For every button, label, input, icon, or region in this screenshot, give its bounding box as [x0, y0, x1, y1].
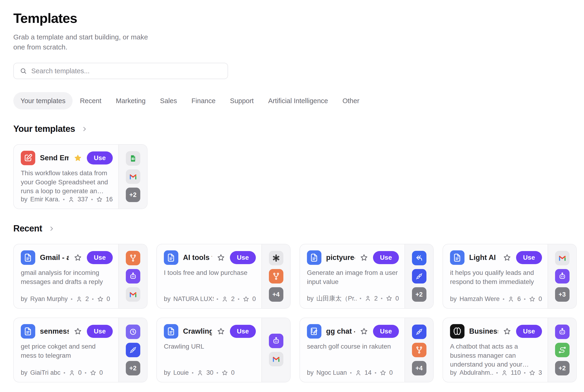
separator-dot: • [71, 296, 73, 302]
card-grid: Send Ema... Use This workflow takes data… [13, 144, 584, 209]
favorite-star-icon[interactable] [360, 327, 368, 336]
use-button[interactable]: Use [87, 325, 113, 338]
template-description: This workflow takes data from your Googl… [21, 169, 113, 196]
search-icon [20, 67, 27, 75]
tab-other[interactable]: Other [335, 92, 367, 110]
tab-support[interactable]: Support [223, 92, 261, 110]
users-icon [197, 369, 204, 376]
card-header: Light AI Use [450, 250, 542, 265]
favorite-star-icon[interactable] [360, 254, 368, 262]
card-main: AI tools fr... Use I tools free and low … [157, 244, 261, 308]
stars-count: 0 [389, 369, 393, 376]
search-box[interactable] [13, 63, 228, 79]
stars-icon [90, 369, 97, 376]
use-button[interactable]: Use [516, 251, 542, 264]
plug-icon [126, 343, 140, 357]
gmail-icon [126, 287, 140, 302]
favorite-star-icon[interactable] [217, 327, 225, 336]
tab-sales[interactable]: Sales [153, 92, 184, 110]
by-label: by [21, 296, 28, 303]
template-meta: by Emir Kara... • 337 • 16 [21, 196, 113, 203]
favorite-star-icon[interactable] [503, 327, 511, 336]
favorite-star-icon[interactable] [503, 254, 511, 262]
stars-icon [221, 369, 228, 376]
template-meta: by Hamzah Were • 6 • 0 [450, 296, 542, 303]
tab-your-templates[interactable]: Your templates [13, 92, 73, 110]
favorite-star-icon[interactable] [74, 154, 82, 162]
search-input[interactable] [31, 67, 222, 75]
more-apps-badge: +3 [555, 287, 569, 302]
template-card[interactable]: AI tools fr... Use I tools free and low … [156, 244, 291, 309]
by-label: by [21, 196, 28, 203]
use-button[interactable]: Use [230, 325, 256, 338]
card-grid: Gmail - a... Use gmail analysis for inco… [13, 244, 584, 382]
by-label: by [307, 369, 314, 376]
users-count: 337 [78, 196, 88, 203]
app-stack [118, 244, 147, 308]
template-meta: by 山田康太（Pr... • 2 • 0 [307, 294, 399, 303]
gmail-icon [126, 170, 140, 184]
more-apps-badge: +4 [269, 287, 283, 302]
card-main: Gmail - a... Use gmail analysis for inco… [14, 244, 118, 308]
note-edit-icon [21, 151, 35, 165]
template-card[interactable]: gg chat - ... Use search golf course in … [299, 318, 434, 382]
more-apps-badge: +2 [555, 361, 569, 376]
author-name: Emir Kara... [30, 196, 60, 203]
route-icon [555, 343, 569, 357]
users-icon [76, 296, 83, 303]
use-button[interactable]: Use [516, 325, 542, 338]
tab-artificial-intelligence[interactable]: Artificial Intelligence [261, 92, 335, 110]
more-apps-badge: +2 [126, 188, 140, 202]
git-branch-icon [412, 343, 426, 357]
chevron-right-icon[interactable] [81, 126, 88, 132]
separator-dot: • [523, 370, 526, 376]
template-card[interactable]: Light AI Use it helps you qualify leads … [442, 244, 577, 309]
users-count: 2 [231, 296, 235, 303]
favorite-star-icon[interactable] [217, 254, 225, 262]
use-button[interactable]: Use [373, 325, 399, 338]
users-count: 30 [206, 369, 213, 376]
tab-marketing[interactable]: Marketing [109, 92, 153, 110]
gmail-icon [555, 251, 569, 265]
use-button[interactable]: Use [87, 251, 113, 264]
by-label: by [307, 295, 314, 302]
users-icon [355, 369, 362, 376]
template-card[interactable]: Gmail - a... Use gmail analysis for inco… [13, 244, 148, 309]
template-title: Crawling [183, 327, 212, 336]
template-title: Business ... [469, 327, 498, 336]
template-card[interactable]: senmess Use get price cokget and send me… [13, 318, 148, 382]
sheets-icon [126, 151, 140, 166]
template-card[interactable]: Send Ema... Use This workflow takes data… [13, 144, 148, 209]
document-icon [307, 250, 321, 265]
gmail-icon [269, 352, 283, 366]
by-label: by [21, 369, 28, 376]
favorite-star-icon[interactable] [74, 254, 82, 262]
template-card[interactable]: pictyure-... Use Generate an image from … [299, 244, 434, 309]
stars-count: 3 [538, 369, 542, 376]
more-apps-badge: +4 [412, 361, 426, 376]
users-count: 2 [86, 296, 89, 303]
favorite-star-icon[interactable] [74, 327, 82, 336]
stars-count: 16 [106, 196, 113, 203]
use-button[interactable]: Use [87, 152, 113, 164]
users-icon [364, 295, 371, 302]
plug-icon [412, 269, 426, 284]
separator-dot: • [216, 296, 219, 302]
template-card[interactable]: Crawling Use Crawling URL by Louie • 30 … [156, 318, 291, 382]
use-button[interactable]: Use [373, 251, 399, 264]
tab-recent[interactable]: Recent [73, 92, 109, 110]
users-icon [507, 296, 514, 303]
page-subtitle: Grab a template and start building, or m… [13, 32, 150, 52]
separator-dot: • [350, 370, 352, 376]
template-card[interactable]: Business ... Use A chatbot that acts as … [442, 318, 577, 382]
separator-dot: • [91, 196, 93, 202]
separator-dot: • [523, 296, 526, 302]
app-stack: +3 [547, 244, 576, 308]
tab-finance[interactable]: Finance [184, 92, 223, 110]
templates-page: Templates Grab a template and start buil… [0, 0, 584, 382]
section-title: Your templates [13, 124, 75, 134]
use-button[interactable]: Use [230, 251, 256, 264]
chevron-right-icon[interactable] [48, 226, 55, 232]
stars-icon [379, 369, 386, 376]
section-header: Your templates [13, 124, 584, 134]
